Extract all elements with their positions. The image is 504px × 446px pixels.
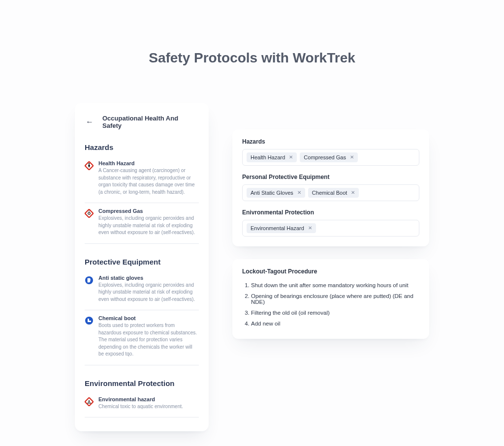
ppe-boot-icon <box>85 316 94 325</box>
hazard-name: Compressed Gas <box>98 208 199 214</box>
ppe-description: Explosives, including organic peroxides … <box>98 282 199 303</box>
hazard-item-compressed-gas[interactable]: Compressed Gas Explosives, including org… <box>85 203 199 244</box>
hazards-chip-input[interactable]: Health Hazard ✕ Compressed Gas ✕ <box>242 149 419 166</box>
section-title-ppe: Protective Equipment <box>85 258 199 266</box>
chip-label: Compressed Gas <box>304 154 346 160</box>
chip-label: Health Hazard <box>251 154 285 160</box>
env-name: Environmental hazard <box>98 396 199 402</box>
environmental-chip-input[interactable]: Environmental Hazard ✕ <box>242 220 419 237</box>
lockout-step: Add new oil <box>251 318 419 329</box>
ghs-environmental-icon <box>85 397 94 406</box>
ppe-name: Chemical boot <box>98 315 199 321</box>
hazard-item-health-hazard[interactable]: Health Hazard A Cancer-causing agent (ca… <box>85 155 199 203</box>
section-title-hazards: Hazards <box>85 143 199 151</box>
env-item-environmental-hazard[interactable]: Environmental hazard Chemical toxic to a… <box>85 391 199 418</box>
chip-health-hazard[interactable]: Health Hazard ✕ <box>247 152 297 162</box>
chip-compressed-gas[interactable]: Compressed Gas ✕ <box>300 152 358 162</box>
chip-remove-icon[interactable]: ✕ <box>289 155 293 160</box>
lockout-step: Shut down the unit after some mandatory … <box>251 280 419 291</box>
ppe-item-anti-static-gloves[interactable]: Anti static gloves Explosives, including… <box>85 270 199 311</box>
page-title: Safety Protocols with WorkTrek <box>0 0 504 66</box>
hazard-description: A Cancer-causing agent (carcinogen) or s… <box>98 167 199 196</box>
lockout-title: Lockout-Tagout Procedure <box>242 268 419 275</box>
chip-anti-static-gloves[interactable]: Anti Static Gloves ✕ <box>247 188 305 198</box>
lockout-steps-list: Shut down the unit after some mandatory … <box>242 280 419 329</box>
card-header: ← Occupational Health And Safety <box>85 115 199 129</box>
field-label-environmental: Enivronmental Protection <box>242 209 419 216</box>
field-label-ppe: Personal Protective Equipment <box>242 174 419 180</box>
safety-detail-card: ← Occupational Health And Safety Hazards… <box>75 103 209 431</box>
chip-label: Chemical Boot <box>312 190 347 196</box>
lockout-step: Filtering the old oil (oil removal) <box>251 307 419 318</box>
section-title-environmental: Environmental Protection <box>85 379 199 387</box>
chip-remove-icon[interactable]: ✕ <box>297 190 301 195</box>
ppe-item-chemical-boot[interactable]: Chemical boot Boots used to protect work… <box>85 310 199 365</box>
back-arrow-icon[interactable]: ← <box>85 117 94 127</box>
hazard-description: Explosives, including organic peroxides … <box>98 215 199 237</box>
ppe-name: Anti static gloves <box>98 275 199 281</box>
lockout-step: Opening of bearings enclosure (place whe… <box>251 291 419 307</box>
ghs-health-hazard-icon <box>85 161 94 170</box>
ppe-description: Boots used to protect workers from hazar… <box>98 322 199 358</box>
chip-remove-icon[interactable]: ✕ <box>350 155 354 160</box>
chip-remove-icon[interactable]: ✕ <box>308 226 312 231</box>
card-title: Occupational Health And Safety <box>102 115 199 129</box>
ghs-compressed-gas-icon <box>85 209 94 218</box>
lockout-procedure-card: Lockout-Tagout Procedure Shut down the u… <box>232 259 429 339</box>
ppe-chip-input[interactable]: Anti Static Gloves ✕ Chemical Boot ✕ <box>242 184 419 201</box>
safety-form-card: Hazards Health Hazard ✕ Compressed Gas ✕… <box>232 129 429 246</box>
chip-label: Environmental Hazard <box>251 225 304 231</box>
chip-environmental-hazard[interactable]: Environmental Hazard ✕ <box>247 223 316 233</box>
field-label-hazards: Hazards <box>242 138 419 145</box>
chip-remove-icon[interactable]: ✕ <box>351 190 355 195</box>
ppe-glove-icon <box>85 276 94 285</box>
hazard-name: Health Hazard <box>98 160 199 166</box>
chip-label: Anti Static Gloves <box>251 190 293 196</box>
chip-chemical-boot[interactable]: Chemical Boot ✕ <box>308 188 359 198</box>
env-description: Chemical toxic to aquatic environment. <box>98 403 199 411</box>
